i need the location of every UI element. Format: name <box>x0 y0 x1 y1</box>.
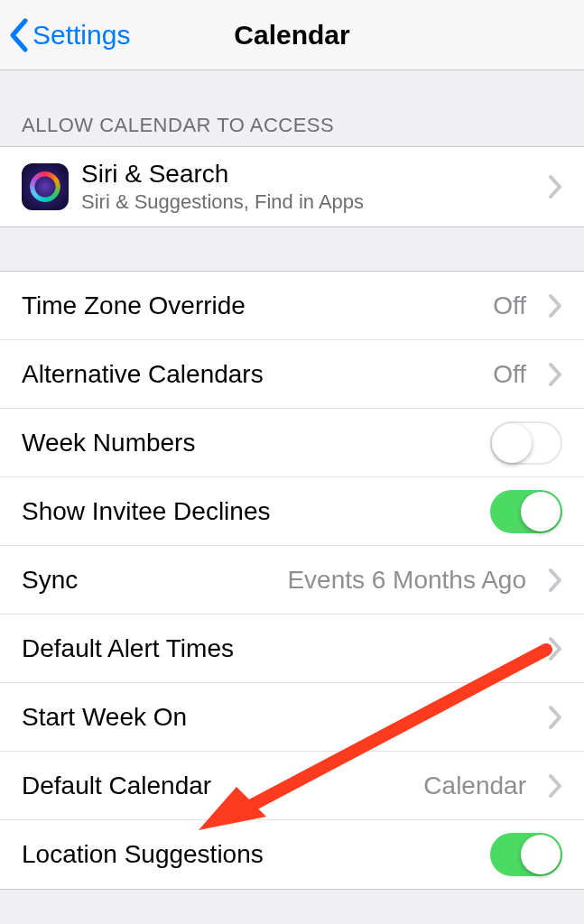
chevron-left-icon <box>7 17 29 53</box>
row-start-week-on[interactable]: Start Week On <box>0 683 584 752</box>
list-main: Time Zone Override Off Alternative Calen… <box>0 271 584 890</box>
page-title: Calendar <box>234 20 349 51</box>
label-alt-cal: Alternative Calendars <box>22 360 264 389</box>
toggle-location-suggestions[interactable] <box>490 833 562 876</box>
chevron-right-icon <box>548 568 562 593</box>
label-week-numbers: Week Numbers <box>22 429 195 457</box>
label-sync: Sync <box>22 566 78 595</box>
toggle-invitee-declines[interactable] <box>490 490 562 533</box>
label-time-zone: Time Zone Override <box>22 291 246 320</box>
toggle-week-numbers[interactable] <box>490 421 562 465</box>
row-show-invitee-declines: Show Invitee Declines <box>0 477 584 546</box>
siri-title: Siri & Search <box>81 160 364 189</box>
back-label: Settings <box>32 20 130 51</box>
chevron-right-icon <box>548 773 562 799</box>
label-invitee: Show Invitee Declines <box>22 497 270 526</box>
row-location-suggestions: Location Suggestions <box>0 820 584 889</box>
section-main: Time Zone Override Off Alternative Calen… <box>0 271 584 890</box>
value-sync: Events 6 Months Ago <box>287 566 526 595</box>
row-sync[interactable]: Sync Events 6 Months Ago <box>0 546 584 614</box>
label-start-week: Start Week On <box>22 703 187 732</box>
row-siri-search[interactable]: Siri & Search Siri & Suggestions, Find i… <box>0 147 584 226</box>
value-default-calendar: Calendar <box>423 772 526 800</box>
siri-subtitle: Siri & Suggestions, Find in Apps <box>81 190 364 214</box>
row-time-zone-override[interactable]: Time Zone Override Off <box>0 272 584 340</box>
siri-icon <box>22 163 69 210</box>
list-allow: Siri & Search Siri & Suggestions, Find i… <box>0 146 584 227</box>
row-week-numbers: Week Numbers <box>0 409 584 477</box>
chevron-right-icon <box>548 636 562 661</box>
chevron-right-icon <box>548 174 562 199</box>
label-alert: Default Alert Times <box>22 634 234 663</box>
section-header-allow: ALLOW CALENDAR TO ACCESS <box>0 114 584 146</box>
siri-text-container: Siri & Search Siri & Suggestions, Find i… <box>81 160 364 214</box>
row-default-alert-times[interactable]: Default Alert Times <box>0 614 584 683</box>
row-alternative-calendars[interactable]: Alternative Calendars Off <box>0 340 584 409</box>
row-default-calendar[interactable]: Default Calendar Calendar <box>0 752 584 820</box>
value-alt-cal: Off <box>493 360 526 389</box>
nav-bar: Settings Calendar <box>0 0 584 70</box>
value-time-zone: Off <box>493 291 526 320</box>
back-button[interactable]: Settings <box>7 0 130 69</box>
label-default-calendar: Default Calendar <box>22 772 211 800</box>
chevron-right-icon <box>548 362 562 387</box>
section-allow-access: ALLOW CALENDAR TO ACCESS Siri & Search S… <box>0 114 584 227</box>
label-location: Location Suggestions <box>22 840 264 869</box>
chevron-right-icon <box>548 293 562 319</box>
chevron-right-icon <box>548 705 562 730</box>
